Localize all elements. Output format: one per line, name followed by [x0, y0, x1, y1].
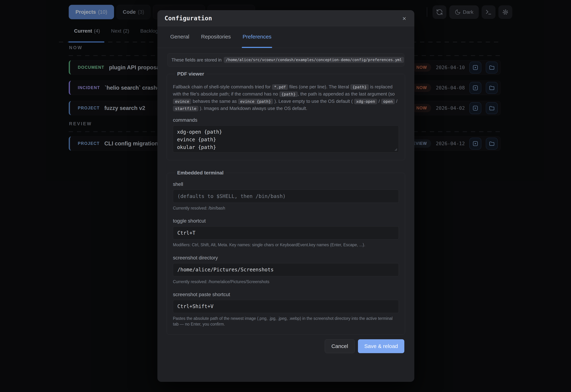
- paste-shortcut-hint: Pastes the absolute path of the newest i…: [173, 316, 399, 327]
- dialog-title: Configuration: [165, 14, 212, 22]
- toggle-shortcut-label: toggle shortcut: [173, 218, 399, 224]
- save-reload-button[interactable]: Save & reload: [358, 339, 404, 353]
- dialog-tabs: General Repositories Preferences: [157, 26, 414, 48]
- tab-preferences[interactable]: Preferences: [242, 26, 271, 48]
- dialog-header: Configuration ✕: [157, 10, 414, 26]
- screenshot-directory-hint: Currently resolved: /home/alice/Pictures…: [173, 279, 399, 285]
- commands-label: commands: [173, 117, 399, 123]
- shell-hint: Currently resolved: /bin/bash: [173, 205, 399, 211]
- app-root: Projects (10) Code (3) Dark: [0, 0, 571, 392]
- cancel-button[interactable]: Cancel: [325, 339, 355, 353]
- paste-shortcut-label: screenshot paste shortcut: [173, 292, 399, 297]
- close-icon[interactable]: ✕: [402, 14, 407, 23]
- screenshot-directory-label: screenshot directory: [173, 255, 399, 261]
- screenshot-directory-input[interactable]: [173, 263, 399, 276]
- storage-path-note: These fields are stored in /home/alice/s…: [167, 53, 404, 67]
- note-path-chip: /home/alice/src/vcoeur/condash/examples/…: [224, 57, 404, 63]
- shell-input[interactable]: [173, 190, 399, 203]
- pdf-viewer-legend: PDF viewer: [175, 71, 206, 77]
- embedded-terminal-legend: Embedded terminal: [175, 170, 226, 176]
- commands-textarea[interactable]: [173, 126, 399, 153]
- paste-shortcut-input[interactable]: [173, 300, 399, 313]
- pdf-description: Fallback chain of shell-style commands t…: [173, 83, 399, 112]
- note-prefix: These fields are stored in: [171, 57, 222, 63]
- pdf-viewer-fieldset: PDF viewer Fallback chain of shell-style…: [167, 71, 405, 160]
- toggle-shortcut-hint: Modifiers: Ctrl, Shift, Alt, Meta. Key n…: [173, 242, 399, 248]
- dialog-footer: Cancel Save & reload: [167, 339, 404, 353]
- resize-grip-icon[interactable]: [394, 148, 397, 151]
- shell-label: shell: [173, 182, 399, 187]
- configuration-dialog: Configuration ✕ General Repositories Pre…: [157, 10, 414, 382]
- tab-general[interactable]: General: [170, 26, 189, 48]
- toggle-shortcut-input[interactable]: [173, 226, 399, 239]
- tab-repositories[interactable]: Repositories: [201, 26, 231, 48]
- embedded-terminal-fieldset: Embedded terminal shell Currently resolv…: [167, 170, 405, 335]
